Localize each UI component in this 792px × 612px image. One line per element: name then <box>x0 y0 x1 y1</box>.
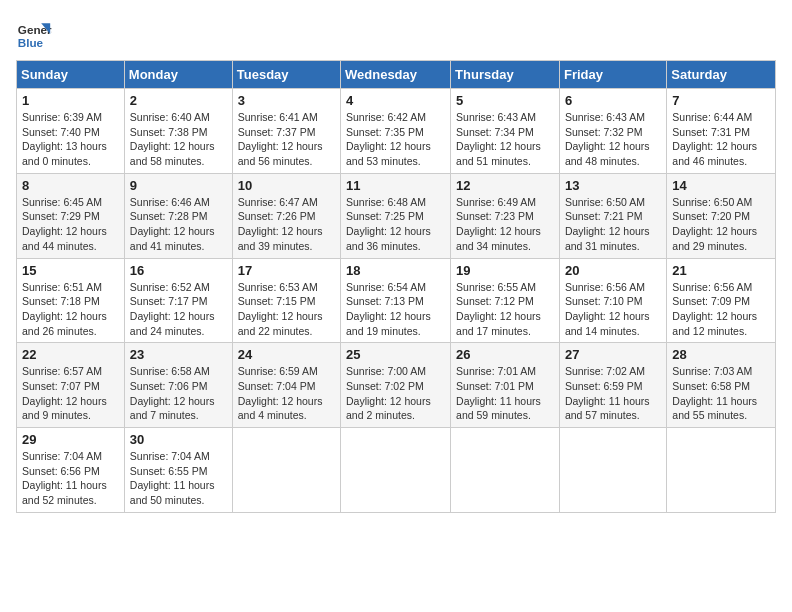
day-info: Sunrise: 6:41 AMSunset: 7:37 PMDaylight:… <box>238 110 335 169</box>
day-info: Sunrise: 6:50 AMSunset: 7:20 PMDaylight:… <box>672 195 770 254</box>
calendar-cell: 12Sunrise: 6:49 AMSunset: 7:23 PMDayligh… <box>451 173 560 258</box>
weekday-header-row: SundayMondayTuesdayWednesdayThursdayFrid… <box>17 61 776 89</box>
day-number: 22 <box>22 347 119 362</box>
day-info: Sunrise: 7:01 AMSunset: 7:01 PMDaylight:… <box>456 364 554 423</box>
week-row-5: 29Sunrise: 7:04 AMSunset: 6:56 PMDayligh… <box>17 428 776 513</box>
day-info: Sunrise: 6:49 AMSunset: 7:23 PMDaylight:… <box>456 195 554 254</box>
logo: General Blue <box>16 16 52 52</box>
calendar-cell: 3Sunrise: 6:41 AMSunset: 7:37 PMDaylight… <box>232 89 340 174</box>
calendar-cell: 16Sunrise: 6:52 AMSunset: 7:17 PMDayligh… <box>124 258 232 343</box>
day-number: 1 <box>22 93 119 108</box>
day-number: 11 <box>346 178 445 193</box>
day-info: Sunrise: 6:48 AMSunset: 7:25 PMDaylight:… <box>346 195 445 254</box>
day-number: 4 <box>346 93 445 108</box>
day-info: Sunrise: 6:56 AMSunset: 7:09 PMDaylight:… <box>672 280 770 339</box>
day-info: Sunrise: 6:59 AMSunset: 7:04 PMDaylight:… <box>238 364 335 423</box>
weekday-header-sunday: Sunday <box>17 61 125 89</box>
day-info: Sunrise: 6:56 AMSunset: 7:10 PMDaylight:… <box>565 280 661 339</box>
day-info: Sunrise: 7:03 AMSunset: 6:58 PMDaylight:… <box>672 364 770 423</box>
day-info: Sunrise: 6:50 AMSunset: 7:21 PMDaylight:… <box>565 195 661 254</box>
day-info: Sunrise: 6:58 AMSunset: 7:06 PMDaylight:… <box>130 364 227 423</box>
day-number: 2 <box>130 93 227 108</box>
day-info: Sunrise: 6:42 AMSunset: 7:35 PMDaylight:… <box>346 110 445 169</box>
week-row-1: 1Sunrise: 6:39 AMSunset: 7:40 PMDaylight… <box>17 89 776 174</box>
day-number: 30 <box>130 432 227 447</box>
weekday-header-tuesday: Tuesday <box>232 61 340 89</box>
day-info: Sunrise: 6:43 AMSunset: 7:34 PMDaylight:… <box>456 110 554 169</box>
calendar-cell: 15Sunrise: 6:51 AMSunset: 7:18 PMDayligh… <box>17 258 125 343</box>
weekday-header-wednesday: Wednesday <box>341 61 451 89</box>
calendar-cell: 6Sunrise: 6:43 AMSunset: 7:32 PMDaylight… <box>559 89 666 174</box>
weekday-header-thursday: Thursday <box>451 61 560 89</box>
calendar-cell: 22Sunrise: 6:57 AMSunset: 7:07 PMDayligh… <box>17 343 125 428</box>
calendar-cell <box>559 428 666 513</box>
day-info: Sunrise: 6:45 AMSunset: 7:29 PMDaylight:… <box>22 195 119 254</box>
calendar-table: SundayMondayTuesdayWednesdayThursdayFrid… <box>16 60 776 513</box>
svg-text:Blue: Blue <box>18 36 44 49</box>
calendar-cell <box>341 428 451 513</box>
day-info: Sunrise: 6:55 AMSunset: 7:12 PMDaylight:… <box>456 280 554 339</box>
calendar-cell: 11Sunrise: 6:48 AMSunset: 7:25 PMDayligh… <box>341 173 451 258</box>
day-info: Sunrise: 7:04 AMSunset: 6:55 PMDaylight:… <box>130 449 227 508</box>
calendar-cell: 27Sunrise: 7:02 AMSunset: 6:59 PMDayligh… <box>559 343 666 428</box>
calendar-cell: 14Sunrise: 6:50 AMSunset: 7:20 PMDayligh… <box>667 173 776 258</box>
day-number: 20 <box>565 263 661 278</box>
day-number: 27 <box>565 347 661 362</box>
calendar-cell: 20Sunrise: 6:56 AMSunset: 7:10 PMDayligh… <box>559 258 666 343</box>
day-number: 12 <box>456 178 554 193</box>
calendar-cell: 21Sunrise: 6:56 AMSunset: 7:09 PMDayligh… <box>667 258 776 343</box>
day-info: Sunrise: 6:53 AMSunset: 7:15 PMDaylight:… <box>238 280 335 339</box>
day-number: 15 <box>22 263 119 278</box>
day-number: 18 <box>346 263 445 278</box>
week-row-3: 15Sunrise: 6:51 AMSunset: 7:18 PMDayligh… <box>17 258 776 343</box>
calendar-cell: 29Sunrise: 7:04 AMSunset: 6:56 PMDayligh… <box>17 428 125 513</box>
day-number: 17 <box>238 263 335 278</box>
calendar-cell: 5Sunrise: 6:43 AMSunset: 7:34 PMDaylight… <box>451 89 560 174</box>
day-number: 9 <box>130 178 227 193</box>
calendar-cell: 25Sunrise: 7:00 AMSunset: 7:02 PMDayligh… <box>341 343 451 428</box>
calendar-cell <box>232 428 340 513</box>
calendar-cell: 4Sunrise: 6:42 AMSunset: 7:35 PMDaylight… <box>341 89 451 174</box>
calendar-body: 1Sunrise: 6:39 AMSunset: 7:40 PMDaylight… <box>17 89 776 513</box>
day-number: 14 <box>672 178 770 193</box>
calendar-cell: 18Sunrise: 6:54 AMSunset: 7:13 PMDayligh… <box>341 258 451 343</box>
page-header: General Blue <box>16 16 776 52</box>
calendar-cell: 8Sunrise: 6:45 AMSunset: 7:29 PMDaylight… <box>17 173 125 258</box>
calendar-cell: 23Sunrise: 6:58 AMSunset: 7:06 PMDayligh… <box>124 343 232 428</box>
calendar-cell: 19Sunrise: 6:55 AMSunset: 7:12 PMDayligh… <box>451 258 560 343</box>
day-number: 29 <box>22 432 119 447</box>
day-number: 13 <box>565 178 661 193</box>
day-number: 21 <box>672 263 770 278</box>
day-info: Sunrise: 6:46 AMSunset: 7:28 PMDaylight:… <box>130 195 227 254</box>
weekday-header-monday: Monday <box>124 61 232 89</box>
weekday-header-friday: Friday <box>559 61 666 89</box>
calendar-cell: 30Sunrise: 7:04 AMSunset: 6:55 PMDayligh… <box>124 428 232 513</box>
calendar-cell: 17Sunrise: 6:53 AMSunset: 7:15 PMDayligh… <box>232 258 340 343</box>
day-number: 7 <box>672 93 770 108</box>
day-info: Sunrise: 7:00 AMSunset: 7:02 PMDaylight:… <box>346 364 445 423</box>
day-number: 23 <box>130 347 227 362</box>
day-info: Sunrise: 6:43 AMSunset: 7:32 PMDaylight:… <box>565 110 661 169</box>
day-info: Sunrise: 7:02 AMSunset: 6:59 PMDaylight:… <box>565 364 661 423</box>
day-info: Sunrise: 6:44 AMSunset: 7:31 PMDaylight:… <box>672 110 770 169</box>
calendar-cell: 10Sunrise: 6:47 AMSunset: 7:26 PMDayligh… <box>232 173 340 258</box>
week-row-4: 22Sunrise: 6:57 AMSunset: 7:07 PMDayligh… <box>17 343 776 428</box>
day-number: 19 <box>456 263 554 278</box>
day-number: 16 <box>130 263 227 278</box>
calendar-cell: 26Sunrise: 7:01 AMSunset: 7:01 PMDayligh… <box>451 343 560 428</box>
day-info: Sunrise: 6:52 AMSunset: 7:17 PMDaylight:… <box>130 280 227 339</box>
day-info: Sunrise: 6:57 AMSunset: 7:07 PMDaylight:… <box>22 364 119 423</box>
calendar-cell: 13Sunrise: 6:50 AMSunset: 7:21 PMDayligh… <box>559 173 666 258</box>
day-info: Sunrise: 6:39 AMSunset: 7:40 PMDaylight:… <box>22 110 119 169</box>
calendar-cell: 9Sunrise: 6:46 AMSunset: 7:28 PMDaylight… <box>124 173 232 258</box>
calendar-cell: 28Sunrise: 7:03 AMSunset: 6:58 PMDayligh… <box>667 343 776 428</box>
day-info: Sunrise: 6:47 AMSunset: 7:26 PMDaylight:… <box>238 195 335 254</box>
day-info: Sunrise: 6:40 AMSunset: 7:38 PMDaylight:… <box>130 110 227 169</box>
day-number: 8 <box>22 178 119 193</box>
day-info: Sunrise: 6:54 AMSunset: 7:13 PMDaylight:… <box>346 280 445 339</box>
calendar-cell: 2Sunrise: 6:40 AMSunset: 7:38 PMDaylight… <box>124 89 232 174</box>
day-number: 25 <box>346 347 445 362</box>
calendar-cell <box>667 428 776 513</box>
day-number: 5 <box>456 93 554 108</box>
calendar-cell: 24Sunrise: 6:59 AMSunset: 7:04 PMDayligh… <box>232 343 340 428</box>
